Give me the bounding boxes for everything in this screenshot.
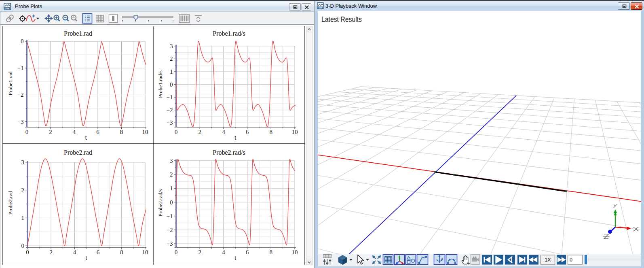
svg-text:6: 6 [96,129,99,135]
svg-text:−1: −1 [17,65,24,71]
svg-text:1: 1 [170,68,173,75]
svg-text:10: 10 [142,129,148,135]
svg-text:2: 2 [170,171,173,178]
svg-text:1: 1 [170,185,173,191]
svg-text:8: 8 [270,129,273,135]
svg-text:4: 4 [73,129,76,135]
svg-text:6: 6 [246,129,249,135]
svg-text:Probe1.rad/s: Probe1.rad/s [213,30,245,37]
svg-text:4: 4 [222,249,225,255]
svg-text:0: 0 [21,38,24,45]
svg-text:6: 6 [246,249,249,255]
svg-text:Probe1.rad: Probe1.rad [64,30,92,37]
svg-text:2: 2 [49,249,53,255]
svg-text:10: 10 [292,249,298,255]
svg-text:10: 10 [292,129,298,135]
svg-text:2: 2 [49,129,52,135]
svg-text:4: 4 [222,129,225,135]
svg-text:3: 3 [170,157,173,164]
svg-text:0: 0 [175,249,178,255]
svg-text:Probe1.rad/s: Probe1.rad/s [157,70,163,98]
svg-text:2: 2 [198,249,201,255]
svg-text:Probe2.rad/s: Probe2.rad/s [157,189,163,217]
svg-text:t: t [85,254,87,261]
svg-text:2: 2 [198,129,201,135]
svg-text:−1: −1 [167,94,173,100]
svg-text:0: 0 [170,199,173,206]
svg-text:1: 1 [21,215,25,221]
svg-text:2: 2 [170,55,173,62]
svg-text:10: 10 [142,249,148,255]
svg-text:8: 8 [270,249,273,255]
svg-text:8: 8 [120,249,123,255]
svg-text:3: 3 [21,159,25,166]
svg-text:t: t [85,134,87,141]
svg-text:SIM: SIM [5,7,9,10]
svg-text:−2: −2 [167,227,173,233]
svg-text:4: 4 [73,249,76,255]
svg-text:−3: −3 [167,240,173,247]
svg-text:8: 8 [120,129,123,135]
svg-text:0: 0 [26,249,29,255]
svg-text:−1: −1 [167,213,173,219]
svg-text:−2: −2 [17,91,24,98]
svg-text:−2: −2 [167,107,173,113]
svg-text:−3: −3 [167,119,173,126]
svg-text:Probe2.rad/s: Probe2.rad/s [213,149,245,156]
svg-text:Probe2.rad: Probe2.rad [64,149,92,156]
svg-text:t: t [234,254,236,261]
svg-text:0: 0 [170,81,173,88]
svg-text:0: 0 [175,129,178,135]
svg-text:Probe1.rad: Probe1.rad [7,71,13,95]
svg-text:2: 2 [21,187,25,194]
svg-text:6: 6 [97,249,100,255]
svg-text:3: 3 [170,43,173,49]
svg-text:−3: −3 [17,119,24,125]
svg-text:Probe2.rad: Probe2.rad [7,191,13,215]
svg-text:SIM: SIM [319,6,322,9]
svg-text:0: 0 [25,129,29,135]
svg-text:0: 0 [21,242,25,249]
svg-text:t: t [234,134,236,141]
